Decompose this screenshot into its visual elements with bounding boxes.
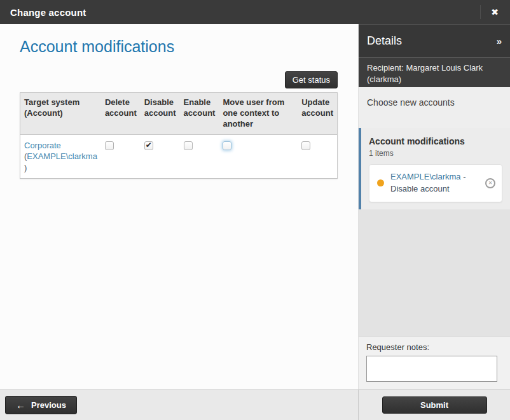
modification-item: EXAMPLE\clarkma - Disable account ✕ bbox=[369, 164, 502, 202]
previous-label: Previous bbox=[31, 400, 66, 410]
table-header-row: Target system (Account) Delete account D… bbox=[20, 93, 338, 135]
requester-notes-label: Requester notes: bbox=[366, 342, 502, 352]
account-link[interactable]: EXAMPLE\clarkma bbox=[27, 151, 97, 161]
enable-account-checkbox[interactable] bbox=[184, 141, 193, 150]
modification-text: EXAMPLE\clarkma - Disable account bbox=[390, 171, 480, 195]
column-target-system: Target system (Account) bbox=[20, 93, 101, 135]
update-cell bbox=[298, 134, 337, 179]
details-header: Details » bbox=[359, 24, 510, 57]
column-delete-account: Delete account bbox=[101, 93, 141, 135]
disable-cell bbox=[141, 134, 180, 179]
choose-new-accounts-step: Choose new accounts bbox=[359, 87, 510, 128]
column-disable-account: Disable account bbox=[141, 93, 180, 135]
modifications-panel: Account modifications 1 items EXAMPLE\cl… bbox=[359, 128, 510, 209]
remove-item-button[interactable]: ✕ bbox=[485, 178, 495, 188]
remove-x-icon: ✕ bbox=[488, 181, 493, 186]
account-row: Corporate (EXAMPLE\clarkma ) bbox=[20, 134, 338, 179]
titlebar: Change account ✖ bbox=[0, 0, 510, 24]
modifications-title: Account modifications bbox=[369, 136, 502, 146]
collapse-chevron-icon[interactable]: » bbox=[497, 36, 502, 46]
column-move-user: Move user from one context to another bbox=[219, 93, 298, 135]
move-user-checkbox[interactable] bbox=[223, 141, 231, 150]
delete-cell bbox=[101, 134, 141, 179]
main-panel: Account modifications Get status Target … bbox=[0, 24, 358, 389]
column-update-account: Update account bbox=[298, 93, 337, 135]
delete-account-checkbox[interactable] bbox=[105, 141, 114, 150]
toolbar: Get status bbox=[20, 71, 338, 88]
page-title: Account modifications bbox=[20, 38, 338, 56]
item-account-link[interactable]: EXAMPLE\clarkma bbox=[390, 172, 461, 181]
update-account-checkbox[interactable] bbox=[301, 141, 310, 150]
recipient-text: Recipient: Margaret Louis Clark (clarkma… bbox=[359, 57, 510, 87]
footer: ← Previous Submit bbox=[0, 389, 510, 420]
paren-close: ) bbox=[24, 163, 27, 172]
disable-account-checkbox[interactable] bbox=[144, 141, 153, 150]
modifications-count: 1 items bbox=[369, 149, 502, 158]
previous-button[interactable]: ← Previous bbox=[5, 396, 77, 414]
move-cell bbox=[219, 134, 298, 179]
close-icon[interactable]: ✖ bbox=[480, 5, 500, 19]
arrow-left-icon: ← bbox=[16, 400, 25, 410]
details-sidebar: Details » Recipient: Margaret Louis Clar… bbox=[358, 24, 510, 389]
status-dot-icon bbox=[377, 179, 384, 186]
accounts-table: Target system (Account) Delete account D… bbox=[20, 92, 338, 179]
enable-cell bbox=[180, 134, 219, 179]
window-title: Change account bbox=[10, 7, 86, 18]
target-system-cell: Corporate (EXAMPLE\clarkma ) bbox=[20, 134, 101, 179]
footer-left: ← Previous bbox=[0, 390, 358, 420]
footer-right: Submit bbox=[358, 390, 510, 420]
submit-button[interactable]: Submit bbox=[382, 396, 487, 414]
requester-notes-input[interactable] bbox=[366, 356, 497, 382]
sidebar-filler bbox=[359, 209, 510, 336]
change-account-window: Change account ✖ Account modifications G… bbox=[0, 0, 510, 420]
get-status-button[interactable]: Get status bbox=[285, 71, 338, 88]
content-area: Account modifications Get status Target … bbox=[0, 24, 510, 389]
system-link[interactable]: Corporate bbox=[24, 141, 61, 150]
details-title: Details bbox=[367, 34, 402, 48]
column-enable-account: Enable account bbox=[180, 93, 219, 135]
requester-section: Requester notes: bbox=[359, 336, 510, 389]
